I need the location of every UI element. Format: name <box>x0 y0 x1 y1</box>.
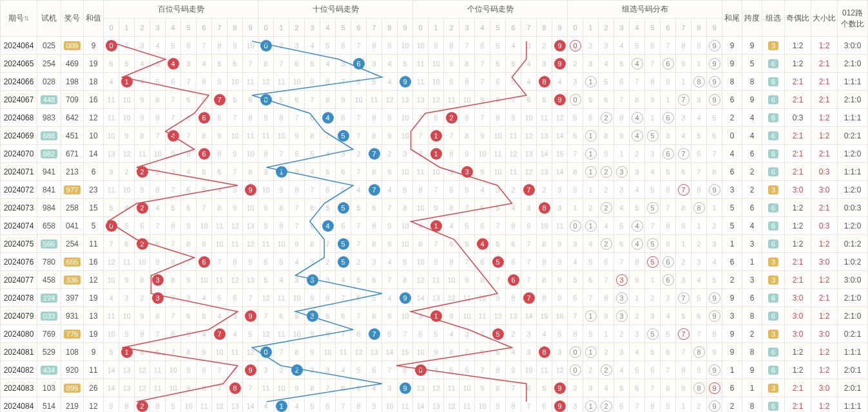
miss: 8 <box>197 361 212 379</box>
miss: 10 <box>227 73 243 91</box>
miss: 1 <box>630 289 645 307</box>
ball-tens: 7 <box>367 181 382 199</box>
miss: 2 <box>506 181 521 199</box>
miss: 7 <box>166 91 181 109</box>
cell-prize: 041 <box>61 217 84 235</box>
miss: 7 <box>429 181 444 199</box>
miss: 4 <box>274 271 289 289</box>
miss: 8 <box>707 325 722 343</box>
miss: 6 <box>490 73 506 91</box>
miss: 7 <box>305 181 320 199</box>
miss: 10 <box>444 271 459 289</box>
miss: 7 <box>166 109 181 127</box>
combo-hit: 4 <box>630 235 645 253</box>
miss: 10 <box>429 55 444 73</box>
miss: 15 <box>552 145 568 163</box>
miss: 9 <box>166 145 181 163</box>
cell-bs: 3:0 <box>811 325 838 343</box>
miss: 11 <box>104 91 119 109</box>
miss: 6 <box>181 199 197 217</box>
miss: 8 <box>320 325 336 343</box>
miss: 8 <box>661 217 676 235</box>
miss: 10 <box>429 73 444 91</box>
ball-ones: 9 <box>552 91 568 109</box>
miss: 6 <box>475 199 490 217</box>
miss: 9 <box>459 145 475 163</box>
cell-tail: 6 <box>722 253 742 271</box>
miss: 7 <box>691 325 707 343</box>
digit-header: 5 <box>181 19 197 37</box>
miss: 10 <box>490 163 506 181</box>
digit-header: 4 <box>630 19 645 37</box>
cell-test: 984 <box>37 199 61 217</box>
miss: 2 <box>305 361 320 379</box>
miss: 4 <box>676 127 691 145</box>
cell-test: 458 <box>37 271 61 289</box>
miss: 5 <box>197 307 212 325</box>
miss: 8 <box>320 289 336 307</box>
miss: 7 <box>521 271 537 289</box>
miss: 7 <box>506 91 521 109</box>
miss: 6 <box>150 343 166 361</box>
miss: 11 <box>490 145 506 163</box>
miss: 12 <box>521 127 537 145</box>
miss: 9 <box>475 91 490 109</box>
miss: 9 <box>676 55 691 73</box>
miss: 9 <box>475 163 490 181</box>
miss: 4 <box>336 271 351 289</box>
miss: 1 <box>599 325 614 343</box>
cell-span: 6 <box>742 199 762 217</box>
miss: 3 <box>227 181 243 199</box>
miss: 9 <box>135 307 150 325</box>
sort-icon: ⇅ <box>24 15 29 22</box>
miss: 6 <box>490 55 506 73</box>
miss: 8 <box>181 145 197 163</box>
ball-tens: 9 <box>398 289 413 307</box>
combo-hit: 8 <box>691 199 707 217</box>
miss: 11 <box>212 271 227 289</box>
cell-012: 2:1:0 <box>838 307 868 325</box>
miss: 2 <box>166 289 181 307</box>
cell-test: 658 <box>37 217 61 235</box>
cell-bs: 1:2 <box>811 307 838 325</box>
data-row: 2024083103899261413121110987871110987654… <box>1 379 868 397</box>
miss: 9 <box>305 73 320 91</box>
cell-zuxuan: 3 <box>762 379 785 397</box>
miss: 3 <box>320 361 336 379</box>
cell-prize: 336 <box>61 271 84 289</box>
miss: 8 <box>490 91 506 109</box>
data-row: 2024071941213632223456783134567891011109… <box>1 163 868 181</box>
miss: 2 <box>583 361 599 379</box>
cell-prize: 709 <box>61 91 84 109</box>
miss: 1 <box>661 91 676 109</box>
miss: 8 <box>197 73 212 91</box>
data-row: 2024074658041505678910111213987646789104… <box>1 217 868 235</box>
miss: 7 <box>166 181 181 199</box>
miss: 5 <box>351 361 367 379</box>
cell-oe: 2:1 <box>785 163 811 181</box>
digit-header: 4 <box>320 19 336 37</box>
ball-hundreds: 7 <box>212 325 227 343</box>
miss: 6 <box>475 217 490 235</box>
miss: 6 <box>351 289 367 307</box>
miss: 10 <box>398 37 413 55</box>
miss: 12 <box>243 235 258 253</box>
miss: 8 <box>274 109 289 127</box>
th-period[interactable]: 期号⇅ <box>1 1 37 37</box>
miss: 6 <box>645 37 661 55</box>
miss: 7 <box>521 235 537 253</box>
cell-oe: 2:1 <box>785 145 811 163</box>
miss: 4 <box>599 379 614 397</box>
cell-zuxuan: 3 <box>762 253 785 271</box>
miss: 8 <box>181 235 197 253</box>
miss: 7 <box>413 127 429 145</box>
miss: 7 <box>289 217 305 235</box>
miss: 8 <box>398 199 413 217</box>
cell-tail: 6 <box>722 379 742 397</box>
miss: 6 <box>227 55 243 73</box>
data-row: 2024069688451101098747891011111098757891… <box>1 127 868 145</box>
miss: 8 <box>197 127 212 145</box>
combo-hit: 2 <box>599 397 614 413</box>
miss: 10 <box>521 361 537 379</box>
miss: 8 <box>274 199 289 217</box>
